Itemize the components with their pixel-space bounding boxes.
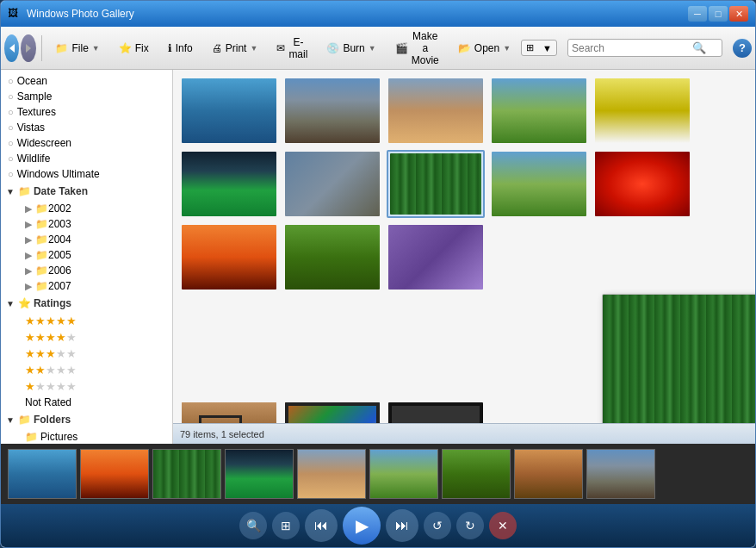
sidebar-item-pictures[interactable]: 📁 Pictures	[18, 429, 172, 444]
search-button[interactable]: 🔍	[692, 41, 706, 54]
folder-icon-date: 📁	[18, 185, 31, 197]
sidebar-item-2005[interactable]: ▶ 📁 2005	[18, 247, 172, 263]
circle-icon-wildlife: ○	[8, 153, 14, 164]
film-thumb-1[interactable]	[8, 449, 77, 499]
photo-thumb-16[interactable]	[387, 401, 485, 423]
star3-empty: ★	[46, 364, 56, 377]
film-thumb-3[interactable]	[152, 449, 221, 499]
sidebar-item-sample[interactable]: ○ Sample	[1, 89, 172, 104]
minimize-button[interactable]: ─	[688, 6, 707, 22]
maximize-button[interactable]: □	[709, 6, 728, 22]
tooltip-image	[603, 295, 755, 423]
star1: ★	[25, 331, 35, 344]
grid-view-button[interactable]: ⊞	[522, 40, 538, 55]
sidebar-section-folders[interactable]: ▼ 📁 Folders	[1, 410, 172, 429]
year-label-2005: 2005	[48, 249, 71, 261]
film-thumb-6[interactable]	[369, 449, 438, 499]
photo-thumb-6[interactable]	[180, 150, 278, 218]
fix-icon: ⭐	[119, 42, 132, 54]
sidebar-item-windows-ultimate[interactable]: ○ Windows Ultimate	[1, 166, 172, 182]
sidebar-item-not-rated[interactable]: Not Rated	[18, 395, 172, 410]
year-label-2003: 2003	[48, 218, 71, 230]
search-input[interactable]	[572, 42, 692, 54]
zoom-button[interactable]: 🔍	[239, 512, 267, 539]
film-thumb-4[interactable]	[225, 449, 294, 499]
rating-5-stars[interactable]: ★★★★★	[18, 313, 172, 329]
sidebar-item-ocean[interactable]: ○ Ocean	[1, 73, 172, 89]
sidebar-item-widescreen[interactable]: ○ Widescreen	[1, 135, 172, 151]
star1: ★	[25, 347, 35, 360]
photo-thumb-2[interactable]	[283, 77, 381, 145]
sidebar-item-2002[interactable]: ▶ 📁 2002	[18, 201, 172, 216]
status-bar: 79 items, 1 selected	[173, 423, 755, 444]
photo-thumb-3[interactable]	[387, 77, 485, 145]
file-button[interactable]: 📁 File ▼	[46, 33, 108, 64]
sidebar-item-vistas[interactable]: ○ Vistas	[1, 120, 172, 135]
app-icon: 🖼	[8, 7, 22, 21]
prev-button[interactable]: ⏮	[305, 509, 338, 542]
open-button[interactable]: 📂 Open ▼	[449, 33, 519, 64]
photo-thumb-7[interactable]	[283, 150, 381, 218]
sidebar-item-2004[interactable]: ▶ 📁 2004	[18, 232, 172, 247]
rotate-left-button[interactable]: ↺	[424, 512, 451, 539]
photo-thumb-10[interactable]	[593, 150, 691, 218]
sidebar-item-textures[interactable]: ○ Textures	[1, 104, 172, 120]
photo-thumb-9[interactable]	[490, 150, 588, 218]
rating-4-stars[interactable]: ★★★★★	[18, 329, 172, 346]
film-thumb-9[interactable]	[586, 449, 655, 499]
star4-empty: ★	[56, 364, 66, 377]
rotate-right-button[interactable]: ↻	[456, 512, 484, 539]
photo-thumb-13[interactable]	[387, 223, 485, 395]
content-area: 2005 - 42 items img11.jpg 11/2/2006 5:33…	[173, 70, 755, 444]
film-thumb-7[interactable]	[442, 449, 511, 499]
folder-icon-folders: 📁	[18, 414, 31, 426]
close-button[interactable]: ✕	[729, 6, 748, 22]
film-thumb-8[interactable]	[514, 449, 583, 499]
filmstrip	[1, 444, 755, 504]
print-button[interactable]: 🖨 Print ▼	[203, 33, 267, 64]
photo-thumb-5[interactable]	[593, 77, 691, 145]
sidebar-item-wildlife[interactable]: ○ Wildlife	[1, 151, 172, 166]
sidebar-item-2006[interactable]: ▶ 📁 2006	[18, 263, 172, 278]
star2: ★	[35, 314, 46, 327]
film-thumb-2[interactable]	[80, 449, 149, 499]
fix-button[interactable]: ⭐ Fix	[110, 33, 158, 64]
burn-button[interactable]: 💿 Burn ▼	[318, 33, 384, 64]
rating-1-star[interactable]: ★★★★★	[18, 378, 172, 395]
help-button[interactable]: ?	[733, 39, 752, 58]
folder-label-pictures: Pictures	[40, 431, 77, 443]
sidebar-label-textures: Textures	[17, 106, 56, 118]
film-thumb-5[interactable]	[297, 449, 366, 499]
email-button[interactable]: ✉ E-mail	[268, 33, 316, 64]
play-button[interactable]: ▶	[343, 507, 381, 545]
forward-button[interactable]	[21, 34, 35, 62]
photo-row-1	[180, 77, 748, 145]
photo-thumb-selected[interactable]	[387, 150, 485, 218]
delete-button[interactable]: ✕	[489, 512, 517, 539]
info-button[interactable]: ℹ Info	[159, 33, 201, 64]
photo-thumb-12[interactable]	[283, 223, 381, 395]
back-button[interactable]	[4, 34, 19, 62]
rating-3-stars[interactable]: ★★★★★	[18, 346, 172, 362]
grid-view-button[interactable]: ⊞	[272, 512, 300, 539]
photo-thumb-15[interactable]	[283, 401, 381, 423]
fix-label: Fix	[135, 42, 149, 54]
sidebar-section-date[interactable]: ▼ 📁 Date Taken	[1, 182, 172, 201]
view-dropdown-button[interactable]: ▼	[538, 41, 556, 55]
next-button[interactable]: ⏭	[386, 509, 418, 542]
file-arrow: ▼	[92, 44, 100, 53]
star2-empty: ★	[35, 380, 46, 393]
sidebar-item-2003[interactable]: ▶ 📁 2003	[18, 216, 172, 232]
photo-thumb-4[interactable]	[490, 77, 588, 145]
sidebar-section-ratings[interactable]: ▼ ⭐ Ratings	[1, 294, 172, 313]
star5-empty: ★	[66, 364, 77, 377]
circle-icon-textures: ○	[8, 107, 14, 117]
sidebar-item-2007[interactable]: ▶ 📁 2007	[18, 278, 172, 294]
photo-thumb-1[interactable]	[180, 77, 278, 145]
make-movie-button[interactable]: 🎬 Make a Movie	[387, 33, 448, 64]
photo-thumb-14[interactable]	[180, 401, 278, 423]
folder-icon-2004: 📁	[35, 234, 48, 246]
print-label: Print	[226, 42, 247, 54]
photo-thumb-11[interactable]	[180, 223, 278, 395]
rating-2-stars[interactable]: ★★★★★	[18, 362, 172, 378]
